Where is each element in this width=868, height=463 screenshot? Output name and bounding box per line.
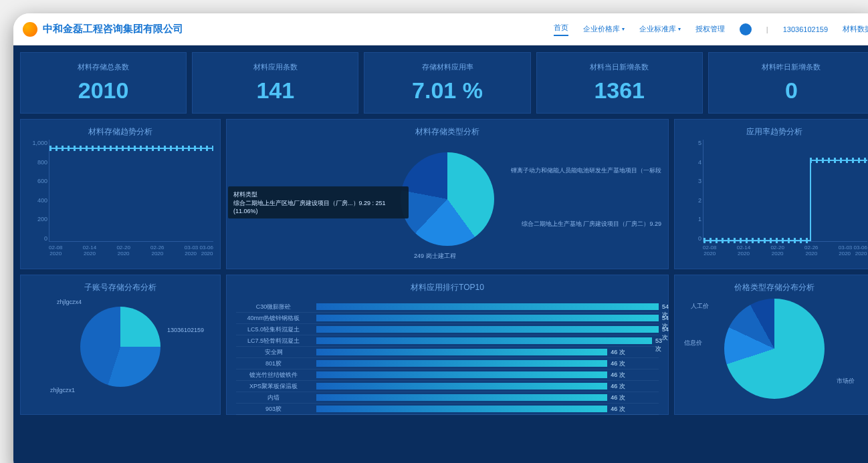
user-icon[interactable] (740, 23, 752, 35)
nav-pricedb[interactable]: 企业价格库▾ (583, 24, 625, 34)
divider: | (766, 25, 768, 33)
item-bar: 46 次 (316, 382, 659, 390)
top-bar: 中和金磊工程咨询集团有限公司 首页 企业价格库▾ 企业标准库▾ 授权管理 | 1… (13, 13, 868, 45)
stat-label: 材料应用条数 (199, 62, 351, 72)
list-item: 903胶46 次 (236, 404, 659, 415)
nav-stddb[interactable]: 企业标准库▾ (639, 24, 681, 34)
panel-top10: 材料应用排行TOP10 C30微膨胀砼54 次40mm热镀锌钢格板54 次LC5… (226, 275, 669, 415)
nav-auth[interactable]: 授权管理 (695, 24, 725, 34)
item-bar: 46 次 (316, 371, 659, 379)
panel-title: 材料存储类型分析 (233, 126, 661, 138)
plot-area (703, 140, 867, 242)
nav-phone[interactable]: 13036102159 (783, 25, 828, 33)
list-item: LC7.5轻骨料混凝土53 次 (236, 335, 659, 347)
panel-category: 材料存储类型分析 材料类型 综合二期地上生产区地厂房建设项目（厂房...）9.2… (226, 119, 669, 269)
pie-label: 市场价 (837, 377, 855, 385)
pie-chart (401, 152, 494, 246)
panel-apply-trend: 应用率趋势分析 543210 02-08 202002-14 202002-20… (674, 119, 868, 269)
item-bar: 54 次 (316, 325, 659, 333)
stat-value: 7.01 % (371, 78, 523, 104)
item-bar: 54 次 (316, 314, 659, 322)
item-bar: 46 次 (316, 394, 659, 402)
stat-card: 材料昨日新增条数0 (708, 52, 868, 114)
panel-storage-trend: 材料存储趋势分析 1,0008006004002000 02-08 202002… (20, 119, 221, 269)
trend-line (49, 148, 213, 149)
axis-x: 02-08 202002-14 202002-20 202002-26 2020… (703, 245, 867, 257)
list-item: XPS聚苯板保温板46 次 (236, 381, 659, 392)
item-value: 46 次 (611, 371, 625, 379)
stat-value: 2010 (27, 78, 179, 104)
plot-area (49, 140, 213, 242)
item-name: C30微膨胀砼 (236, 303, 316, 311)
pie-label: 13036102159 (167, 327, 204, 333)
nav: 首页 企业价格库▾ 企业标准库▾ 授权管理 | 13036102159 材料数据 (554, 23, 868, 36)
nav-home[interactable]: 首页 (554, 23, 568, 36)
list-item: 内墙46 次 (236, 392, 659, 404)
stat-card: 存储材料应用率7.01 % (364, 52, 530, 114)
charts-row-2: 子账号存储分布分析 zhjlgczx4 13036102159 zhjlgczx… (20, 275, 868, 415)
list-item: C30微膨胀砼54 次 (236, 301, 659, 313)
item-name: LC5.0轻集料混凝土 (236, 325, 316, 334)
item-value: 46 次 (611, 348, 625, 356)
pie-label: 249 岗士建工程 (414, 252, 456, 261)
panel-title: 应用率趋势分析 (681, 126, 867, 138)
item-name: XPS聚苯板保温板 (236, 382, 316, 391)
charts-row-1: 材料存储趋势分析 1,0008006004002000 02-08 202002… (20, 119, 868, 269)
list-item: 镀光竹丝结镀铁件46 次 (236, 369, 659, 381)
caret-down-icon: ▾ (622, 26, 625, 32)
item-name: LC7.5轻骨料混凝土 (236, 337, 316, 345)
step-line (703, 140, 867, 241)
list-item: 801胶46 次 (236, 358, 659, 369)
tooltip-title: 材料类型 (233, 190, 403, 199)
stat-label: 材料存储总条数 (27, 62, 179, 72)
stat-label: 材料当日新增条数 (544, 62, 695, 72)
stat-card: 材料当日新增条数1361 (536, 52, 703, 114)
pie-label: zhjlgczx1 (50, 387, 75, 394)
stat-card: 材料存储总条数2010 (20, 52, 187, 114)
pie-label: 人工价 (691, 302, 709, 311)
panel-title: 价格类型存储分布分析 (681, 282, 867, 293)
stat-label: 存储材料应用率 (371, 62, 523, 72)
pie-chart: 人工价 信息价 市场价 (724, 299, 825, 399)
stat-value: 1361 (544, 78, 695, 104)
stats-row: 材料存储总条数2010材料应用条数141存储材料应用率7.01 %材料当日新增条… (20, 52, 868, 114)
stat-value: 141 (199, 78, 351, 104)
list-item: 安全网46 次 (236, 347, 659, 358)
pie-label: 锂离子动力和储能人员能电池研发生产基地项目（一标段 (511, 166, 661, 175)
item-name: 40mm热镀锌钢格板 (236, 314, 316, 323)
item-bar: 53 次 (316, 337, 659, 345)
item-value: 46 次 (611, 405, 625, 413)
dashboard: 材料存储总条数2010材料应用条数141存储材料应用率7.01 %材料当日新增条… (13, 45, 868, 463)
item-value: 54 次 (662, 325, 669, 341)
item-bar: 46 次 (316, 359, 659, 367)
tooltip-text: 综合二期地上生产区地厂房建设项目（厂房...）9.29 : 251 (11.06… (233, 199, 403, 214)
panel-title: 材料应用排行TOP10 (233, 282, 661, 293)
pie-label: 综合二期地上生产基地 厂房建设项目（厂房二）9.29 (522, 220, 661, 228)
list-item: 40mm热镀锌钢格板54 次 (236, 313, 659, 324)
item-name: 801胶 (236, 359, 316, 368)
item-bar: 46 次 (316, 348, 659, 356)
item-bar: 54 次 (316, 303, 659, 311)
list-item: LC5.0轻集料混凝土54 次 (236, 324, 659, 335)
panel-title: 子账号存储分布分析 (27, 282, 213, 293)
top10-list: C30微膨胀砼54 次40mm热镀锌钢格板54 次LC5.0轻集料混凝土54 次… (233, 299, 661, 418)
axis-y: 543210 (681, 140, 701, 242)
caret-down-icon: ▾ (678, 26, 681, 32)
logo-icon (23, 22, 37, 37)
app-window: 中和金磊工程咨询集团有限公司 首页 企业价格库▾ 企业标准库▾ 授权管理 | 1… (13, 13, 868, 463)
item-name: 安全网 (236, 348, 316, 357)
item-bar: 46 次 (316, 405, 659, 413)
pie-label: zhjlgczx4 (57, 299, 82, 305)
company-name: 中和金磊工程咨询集团有限公司 (43, 23, 183, 35)
pie-chart: zhjlgczx4 13036102159 zhjlgczx1 (80, 307, 160, 387)
item-name: 内墙 (236, 394, 316, 402)
pie-label: 信息价 (684, 339, 702, 347)
item-value: 46 次 (611, 359, 625, 367)
panel-price-type: 价格类型存储分布分析 人工价 信息价 市场价 (674, 275, 868, 415)
stat-value: 0 (716, 78, 867, 104)
item-name: 镀光竹丝结镀铁件 (236, 371, 316, 379)
axis-y: 1,0008006004002000 (27, 140, 47, 242)
axis-x: 02-08 202002-14 202002-20 202002-26 2020… (49, 245, 213, 257)
nav-data[interactable]: 材料数据 (843, 24, 868, 34)
stat-label: 材料昨日新增条数 (716, 62, 867, 72)
